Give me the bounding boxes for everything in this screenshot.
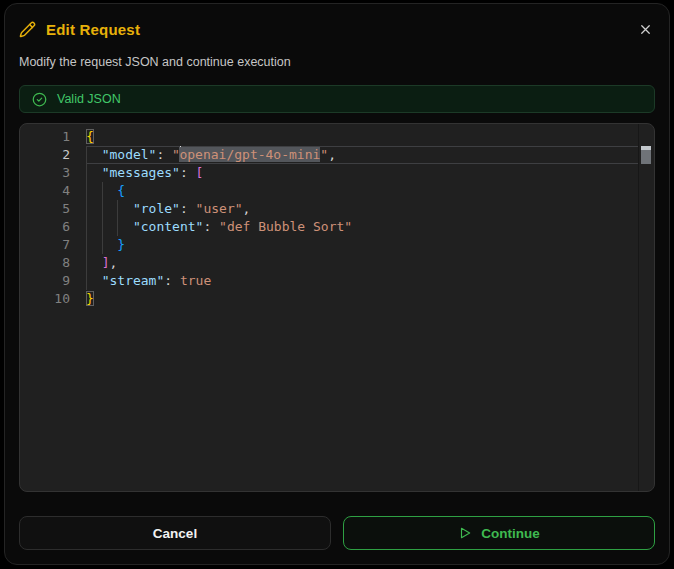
code-line[interactable]: 3 "messages": [ [20,164,654,182]
code-token [86,201,133,216]
code-token: : [203,219,219,234]
line-number: 3 [20,164,86,182]
code-line-content: "messages": [ [86,164,639,182]
code-token: : [156,147,172,162]
line-number: 1 [20,128,86,146]
code-token: "role" [133,201,180,216]
code-token [86,147,102,162]
line-number: 8 [20,254,86,272]
json-editor[interactable]: 1{2 "model": "openai/gpt-4o-mini",3 "mes… [19,123,655,492]
edit-request-dialog: Edit Request Modify the request JSON and… [4,3,670,565]
line-number: 6 [20,218,86,236]
continue-button[interactable]: Continue [343,516,655,550]
line-number: 7 [20,236,86,254]
code-token: openai/gpt-4o-mini [179,147,320,162]
line-number: 2 [20,146,86,164]
code-line-content: "content": "def Bubble Sort" [86,218,639,236]
code-token [86,165,102,180]
code-line[interactable]: 8 ], [20,254,654,272]
dialog-header: Edit Request [19,20,655,39]
code-token [86,255,102,270]
close-button[interactable] [636,20,655,39]
scrollbar-track-divider [638,124,639,491]
code-lines: 1{2 "model": "openai/gpt-4o-mini",3 "mes… [20,124,654,308]
code-token: , [109,255,117,270]
code-token: "user" [196,201,243,216]
code-line[interactable]: 6 "content": "def Bubble Sort" [20,218,654,236]
code-token [86,219,133,234]
code-token: , [328,147,336,162]
code-token: , [243,201,251,216]
status-label: Valid JSON [57,92,121,106]
code-line[interactable]: 7 } [20,236,654,254]
code-line-content: { [86,128,639,146]
code-token: : [180,201,196,216]
cancel-label: Cancel [153,526,197,541]
dialog-title: Edit Request [46,21,140,38]
code-line[interactable]: 2 "model": "openai/gpt-4o-mini", [20,146,654,164]
code-token: [ [196,165,204,180]
code-line-content: } [86,236,639,254]
close-icon [638,22,653,37]
pencil-icon [19,21,36,38]
code-token: { [117,183,125,198]
code-line-content: } [86,290,639,308]
valid-json-status: Valid JSON [19,85,655,113]
play-icon [458,526,472,540]
code-line-content: ], [86,254,639,272]
cancel-button[interactable]: Cancel [19,516,331,550]
code-token: } [117,237,125,252]
code-token: : [180,165,196,180]
code-token: "messages" [102,165,180,180]
code-token: " [320,147,328,162]
code-line-content: { [86,182,639,200]
dialog-subtitle: Modify the request JSON and continue exe… [19,55,655,69]
code-token: { [86,129,94,144]
overview-ruler-selection-marker [641,150,651,164]
code-token: "def Bubble Sort" [219,219,352,234]
code-line-content: "role": "user", [86,200,639,218]
code-line-content: "stream": true [86,272,639,290]
code-line[interactable]: 1{ [20,128,654,146]
line-number: 9 [20,272,86,290]
code-token: } [86,291,94,306]
code-line[interactable]: 5 "role": "user", [20,200,654,218]
code-token: : [164,273,180,288]
code-token: "model" [102,147,157,162]
line-number: 5 [20,200,86,218]
code-line[interactable]: 9 "stream": true [20,272,654,290]
check-circle-icon [32,92,47,107]
code-token: "stream" [102,273,165,288]
code-token: "content" [133,219,203,234]
line-number: 4 [20,182,86,200]
indent-guide [86,146,87,290]
line-number: 10 [20,290,86,308]
code-line[interactable]: 10} [20,290,654,308]
code-token [86,273,102,288]
code-line[interactable]: 4 { [20,182,654,200]
indent-guide [117,200,118,236]
indent-guide [102,182,103,254]
continue-label: Continue [481,526,540,541]
code-token: true [180,273,211,288]
code-line-content: "model": "openai/gpt-4o-mini", [86,146,639,164]
dialog-footer: Cancel Continue [19,516,655,550]
